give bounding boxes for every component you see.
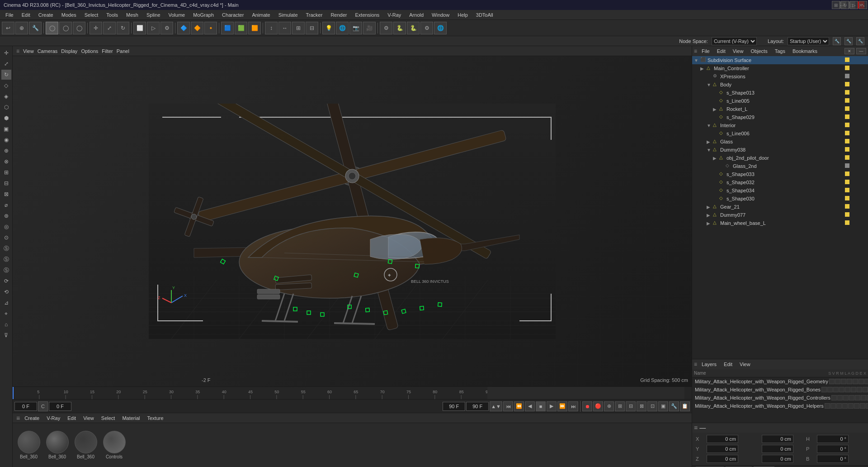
object-tree-row[interactable]: ◇s_Shape032	[692, 178, 868, 186]
tool-scale[interactable]: ⤢	[1, 59, 11, 69]
bottom-vray-menu[interactable]: V-Ray	[44, 415, 63, 422]
toolbar-btn-material2[interactable]: 🟩	[235, 22, 247, 34]
menu-window[interactable]: Window	[428, 11, 453, 19]
toolbar-btn-mesh2[interactable]: 🔶	[191, 22, 203, 34]
attr-z2-val[interactable]	[762, 455, 793, 463]
obj-flag-icon[interactable]	[857, 163, 862, 169]
total-frames-input[interactable]	[466, 402, 489, 411]
toolbar-btn-undo[interactable]: ↩	[2, 22, 14, 34]
layer-flag-icon[interactable]	[843, 395, 849, 400]
toolbar-btn-camera1[interactable]: 📷	[349, 22, 362, 34]
menu-edit[interactable]: Edit	[18, 11, 34, 19]
object-tree-row[interactable]: ◇s_Line006	[692, 129, 868, 138]
vp-icon-expand[interactable]: ⤡	[859, 1, 867, 9]
tool-18[interactable]: Ⓢ	[1, 265, 11, 275]
tool-17[interactable]: Ⓢ	[1, 254, 11, 264]
obj-flag-icon[interactable]	[863, 212, 868, 218]
obj-flag-icon[interactable]	[857, 220, 862, 226]
object-tree-row[interactable]: ▼△Interior	[692, 121, 868, 129]
obj-flag-icon[interactable]	[851, 82, 856, 87]
obj-flag-icon[interactable]	[857, 66, 862, 71]
layer-flag-icon[interactable]	[853, 379, 858, 384]
obj-flag-icon[interactable]	[851, 155, 856, 161]
toolbar-btn-rotate[interactable]: ↻	[117, 22, 129, 34]
toolbar-btn-move[interactable]: ✛	[90, 22, 102, 34]
bottom-texture-menu[interactable]: Texture	[145, 415, 166, 422]
toolbar-btn-snap2[interactable]: ↔	[278, 22, 291, 34]
layer-menu-icon[interactable]: ≡	[694, 361, 697, 367]
viewport-cameras-menu[interactable]: Cameras	[38, 48, 58, 54]
obj-flag-icon[interactable]	[863, 196, 868, 201]
attr-h-val[interactable]	[817, 435, 849, 443]
obj-flag-icon[interactable]	[863, 220, 868, 226]
layer-flag-icon[interactable]	[848, 403, 854, 409]
obj-flag-icon[interactable]	[863, 74, 868, 79]
layer-flag-icon[interactable]	[864, 379, 868, 384]
obj-flag-icon[interactable]	[857, 90, 862, 95]
vp-icon-camera[interactable]: ↻	[841, 1, 849, 9]
obj-flag-icon[interactable]	[851, 163, 856, 169]
obj-flag-icon[interactable]	[863, 82, 868, 87]
menu-render[interactable]: Render	[327, 11, 350, 19]
menu-help[interactable]: Help	[454, 11, 472, 19]
layer-row[interactable]: Military_Attack_Helicopter_with_Weapon_R…	[692, 386, 868, 394]
playback-to-end[interactable]: ⏭	[568, 401, 578, 411]
obj-flag-icon[interactable]	[863, 204, 868, 210]
obj-flag-icon[interactable]	[857, 98, 862, 104]
from-frame-input[interactable]	[49, 402, 71, 411]
obj-flag-icon[interactable]	[863, 131, 868, 136]
obj-flag-icon[interactable]	[863, 106, 868, 112]
object-tree-row[interactable]: ▼△Body	[692, 81, 868, 89]
menu-tracker[interactable]: Tracker	[302, 11, 326, 19]
bottom-material-menu[interactable]: Material	[119, 415, 142, 422]
layer-flag-icon[interactable]	[837, 395, 843, 400]
obj-flag-icon[interactable]	[857, 74, 862, 79]
layer-flag-icon[interactable]	[854, 403, 859, 409]
attr-b-val[interactable]	[817, 455, 849, 463]
obj-flag-icon[interactable]	[851, 212, 856, 218]
playback-step-back[interactable]: ⏪	[514, 401, 524, 411]
toolbar-btn-mesh1[interactable]: 🔷	[177, 22, 190, 34]
obj-flag-icon[interactable]	[857, 196, 862, 201]
tool-rotate-active[interactable]: ↻	[1, 70, 11, 80]
menu-simulate[interactable]: Simulate	[275, 11, 302, 19]
obj-flag-icon[interactable]	[863, 98, 868, 104]
playback-key2[interactable]: ⊞	[615, 401, 625, 411]
obj-min-btn[interactable]: —	[856, 48, 866, 54]
obj-flag-icon[interactable]	[863, 172, 868, 177]
obj-close-btn[interactable]: ✕	[844, 48, 854, 54]
obj-flag-icon[interactable]	[863, 57, 868, 63]
layer-view-menu[interactable]: View	[737, 361, 753, 368]
timeline-ruler[interactable]	[13, 387, 684, 399]
obj-flag-icon[interactable]	[851, 114, 856, 120]
object-tree-row[interactable]: ◇s_Shape029	[692, 113, 868, 121]
layer-row[interactable]: Military_Attack_Helicopter_with_Weapon_R…	[692, 377, 868, 386]
tool-19[interactable]: ⟳	[1, 276, 11, 286]
object-tree-row[interactable]: ▶△Dummy077	[692, 211, 868, 219]
playback-step-fwd[interactable]: ⏩	[557, 401, 567, 411]
material-item[interactable]: Controls	[102, 431, 127, 459]
obj-flag-icon[interactable]	[863, 114, 868, 120]
viewport-view-menu[interactable]: View	[23, 48, 34, 54]
obj-flag-icon[interactable]	[857, 147, 862, 152]
tool-6[interactable]: ◉	[1, 135, 11, 145]
obj-flag-icon[interactable]	[851, 131, 856, 136]
bottom-edit-menu[interactable]: Edit	[65, 415, 79, 422]
obj-flag-icon[interactable]	[857, 188, 862, 193]
layer-flag-icon[interactable]	[859, 379, 864, 384]
tool-11[interactable]: ⊠	[1, 189, 11, 199]
obj-flag-icon[interactable]	[851, 188, 856, 193]
obj-flag-icon[interactable]	[863, 90, 868, 95]
material-item[interactable]: Bell_360	[16, 431, 41, 459]
obj-flag-icon[interactable]	[851, 172, 856, 177]
obj-flag-icon[interactable]	[851, 66, 856, 71]
object-tree-row[interactable]: ◇s_Shape030	[692, 195, 868, 203]
attr-z-val[interactable]	[707, 455, 738, 463]
layer-flag-icon[interactable]	[825, 403, 830, 409]
obj-flag-icon[interactable]	[863, 139, 868, 144]
toolbar-btn-create2[interactable]: ▷	[147, 22, 160, 34]
menu-select[interactable]: Select	[81, 11, 102, 19]
tool-8[interactable]: ⊗	[1, 157, 11, 167]
tool-16[interactable]: Ⓢ	[1, 243, 11, 253]
toolbar-btn-render5[interactable]: 🌐	[434, 22, 447, 34]
